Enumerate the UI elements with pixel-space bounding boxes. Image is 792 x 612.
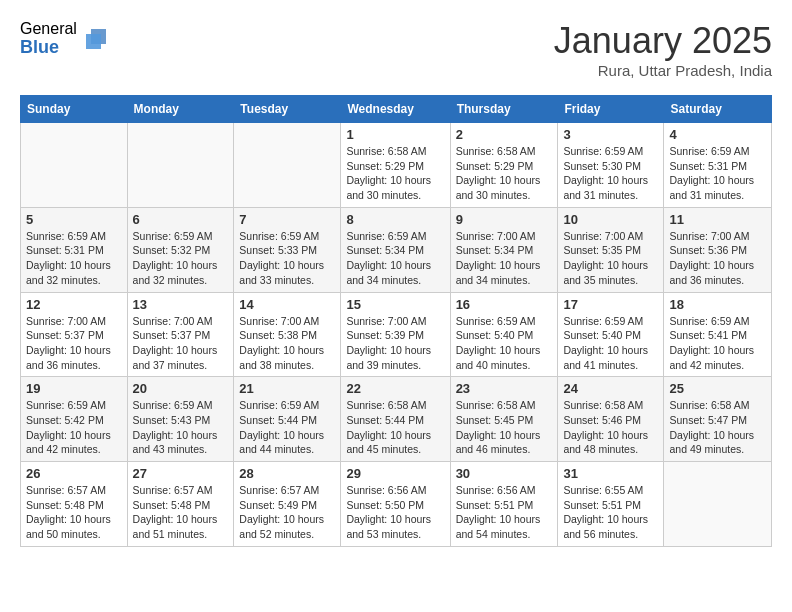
day-info: Sunrise: 6:57 AM Sunset: 5:48 PM Dayligh… (133, 483, 229, 542)
calendar-day-cell: 8Sunrise: 6:59 AM Sunset: 5:34 PM Daylig… (341, 207, 450, 292)
calendar-header-saturday: Saturday (664, 96, 772, 123)
calendar-day-cell: 26Sunrise: 6:57 AM Sunset: 5:48 PM Dayli… (21, 462, 128, 547)
calendar-day-cell: 4Sunrise: 6:59 AM Sunset: 5:31 PM Daylig… (664, 123, 772, 208)
calendar-day-cell: 16Sunrise: 6:59 AM Sunset: 5:40 PM Dayli… (450, 292, 558, 377)
day-number: 2 (456, 127, 553, 142)
day-info: Sunrise: 6:56 AM Sunset: 5:51 PM Dayligh… (456, 483, 553, 542)
calendar-day-cell: 2Sunrise: 6:58 AM Sunset: 5:29 PM Daylig… (450, 123, 558, 208)
calendar-day-cell: 27Sunrise: 6:57 AM Sunset: 5:48 PM Dayli… (127, 462, 234, 547)
calendar-day-cell (234, 123, 341, 208)
logo: General Blue (20, 20, 111, 57)
calendar-day-cell: 25Sunrise: 6:58 AM Sunset: 5:47 PM Dayli… (664, 377, 772, 462)
day-info: Sunrise: 6:59 AM Sunset: 5:30 PM Dayligh… (563, 144, 658, 203)
day-info: Sunrise: 6:58 AM Sunset: 5:45 PM Dayligh… (456, 398, 553, 457)
day-info: Sunrise: 6:59 AM Sunset: 5:40 PM Dayligh… (563, 314, 658, 373)
calendar-day-cell: 12Sunrise: 7:00 AM Sunset: 5:37 PM Dayli… (21, 292, 128, 377)
calendar-header-thursday: Thursday (450, 96, 558, 123)
calendar-day-cell: 14Sunrise: 7:00 AM Sunset: 5:38 PM Dayli… (234, 292, 341, 377)
day-info: Sunrise: 6:59 AM Sunset: 5:43 PM Dayligh… (133, 398, 229, 457)
calendar-day-cell (664, 462, 772, 547)
calendar-header-monday: Monday (127, 96, 234, 123)
day-info: Sunrise: 6:58 AM Sunset: 5:29 PM Dayligh… (346, 144, 444, 203)
day-info: Sunrise: 6:55 AM Sunset: 5:51 PM Dayligh… (563, 483, 658, 542)
calendar-week-row: 1Sunrise: 6:58 AM Sunset: 5:29 PM Daylig… (21, 123, 772, 208)
day-info: Sunrise: 6:59 AM Sunset: 5:42 PM Dayligh… (26, 398, 122, 457)
day-info: Sunrise: 6:59 AM Sunset: 5:32 PM Dayligh… (133, 229, 229, 288)
calendar-day-cell: 22Sunrise: 6:58 AM Sunset: 5:44 PM Dayli… (341, 377, 450, 462)
day-number: 26 (26, 466, 122, 481)
day-number: 24 (563, 381, 658, 396)
location-subtitle: Rura, Uttar Pradesh, India (554, 62, 772, 79)
day-info: Sunrise: 7:00 AM Sunset: 5:37 PM Dayligh… (26, 314, 122, 373)
day-number: 12 (26, 297, 122, 312)
calendar-table: SundayMondayTuesdayWednesdayThursdayFrid… (20, 95, 772, 547)
day-number: 31 (563, 466, 658, 481)
calendar-week-row: 12Sunrise: 7:00 AM Sunset: 5:37 PM Dayli… (21, 292, 772, 377)
day-info: Sunrise: 7:00 AM Sunset: 5:35 PM Dayligh… (563, 229, 658, 288)
calendar-day-cell: 15Sunrise: 7:00 AM Sunset: 5:39 PM Dayli… (341, 292, 450, 377)
calendar-day-cell: 1Sunrise: 6:58 AM Sunset: 5:29 PM Daylig… (341, 123, 450, 208)
day-info: Sunrise: 6:57 AM Sunset: 5:49 PM Dayligh… (239, 483, 335, 542)
day-info: Sunrise: 6:59 AM Sunset: 5:33 PM Dayligh… (239, 229, 335, 288)
day-info: Sunrise: 6:57 AM Sunset: 5:48 PM Dayligh… (26, 483, 122, 542)
logo-general: General (20, 20, 77, 38)
day-number: 9 (456, 212, 553, 227)
day-info: Sunrise: 6:59 AM Sunset: 5:34 PM Dayligh… (346, 229, 444, 288)
calendar-day-cell: 21Sunrise: 6:59 AM Sunset: 5:44 PM Dayli… (234, 377, 341, 462)
logo-blue: Blue (20, 38, 77, 58)
day-number: 27 (133, 466, 229, 481)
day-info: Sunrise: 6:58 AM Sunset: 5:47 PM Dayligh… (669, 398, 766, 457)
day-number: 19 (26, 381, 122, 396)
calendar-day-cell: 20Sunrise: 6:59 AM Sunset: 5:43 PM Dayli… (127, 377, 234, 462)
day-number: 29 (346, 466, 444, 481)
day-number: 28 (239, 466, 335, 481)
calendar-day-cell: 23Sunrise: 6:58 AM Sunset: 5:45 PM Dayli… (450, 377, 558, 462)
calendar-day-cell: 10Sunrise: 7:00 AM Sunset: 5:35 PM Dayli… (558, 207, 664, 292)
day-number: 25 (669, 381, 766, 396)
calendar-week-row: 19Sunrise: 6:59 AM Sunset: 5:42 PM Dayli… (21, 377, 772, 462)
calendar-day-cell: 31Sunrise: 6:55 AM Sunset: 5:51 PM Dayli… (558, 462, 664, 547)
day-info: Sunrise: 6:59 AM Sunset: 5:44 PM Dayligh… (239, 398, 335, 457)
calendar-day-cell: 30Sunrise: 6:56 AM Sunset: 5:51 PM Dayli… (450, 462, 558, 547)
day-info: Sunrise: 6:58 AM Sunset: 5:29 PM Dayligh… (456, 144, 553, 203)
day-info: Sunrise: 7:00 AM Sunset: 5:38 PM Dayligh… (239, 314, 335, 373)
calendar-day-cell: 28Sunrise: 6:57 AM Sunset: 5:49 PM Dayli… (234, 462, 341, 547)
calendar-day-cell: 19Sunrise: 6:59 AM Sunset: 5:42 PM Dayli… (21, 377, 128, 462)
day-number: 20 (133, 381, 229, 396)
day-info: Sunrise: 6:59 AM Sunset: 5:41 PM Dayligh… (669, 314, 766, 373)
calendar-day-cell: 13Sunrise: 7:00 AM Sunset: 5:37 PM Dayli… (127, 292, 234, 377)
day-number: 21 (239, 381, 335, 396)
day-number: 5 (26, 212, 122, 227)
calendar-header-wednesday: Wednesday (341, 96, 450, 123)
day-number: 1 (346, 127, 444, 142)
day-info: Sunrise: 7:00 AM Sunset: 5:36 PM Dayligh… (669, 229, 766, 288)
day-info: Sunrise: 6:58 AM Sunset: 5:46 PM Dayligh… (563, 398, 658, 457)
day-number: 17 (563, 297, 658, 312)
calendar-day-cell: 9Sunrise: 7:00 AM Sunset: 5:34 PM Daylig… (450, 207, 558, 292)
calendar-day-cell: 18Sunrise: 6:59 AM Sunset: 5:41 PM Dayli… (664, 292, 772, 377)
page-header: General Blue January 2025 Rura, Uttar Pr… (20, 20, 772, 79)
calendar-day-cell: 6Sunrise: 6:59 AM Sunset: 5:32 PM Daylig… (127, 207, 234, 292)
calendar-header-friday: Friday (558, 96, 664, 123)
svg-marker-1 (86, 34, 101, 49)
day-info: Sunrise: 7:00 AM Sunset: 5:34 PM Dayligh… (456, 229, 553, 288)
day-info: Sunrise: 6:59 AM Sunset: 5:31 PM Dayligh… (26, 229, 122, 288)
day-number: 16 (456, 297, 553, 312)
day-info: Sunrise: 7:00 AM Sunset: 5:39 PM Dayligh… (346, 314, 444, 373)
day-number: 11 (669, 212, 766, 227)
calendar-day-cell: 5Sunrise: 6:59 AM Sunset: 5:31 PM Daylig… (21, 207, 128, 292)
day-number: 10 (563, 212, 658, 227)
calendar-day-cell: 29Sunrise: 6:56 AM Sunset: 5:50 PM Dayli… (341, 462, 450, 547)
calendar-week-row: 26Sunrise: 6:57 AM Sunset: 5:48 PM Dayli… (21, 462, 772, 547)
day-number: 13 (133, 297, 229, 312)
title-section: January 2025 Rura, Uttar Pradesh, India (554, 20, 772, 79)
logo-text: General Blue (20, 20, 77, 57)
calendar-day-cell: 24Sunrise: 6:58 AM Sunset: 5:46 PM Dayli… (558, 377, 664, 462)
month-title: January 2025 (554, 20, 772, 62)
calendar-day-cell: 17Sunrise: 6:59 AM Sunset: 5:40 PM Dayli… (558, 292, 664, 377)
day-number: 7 (239, 212, 335, 227)
calendar-day-cell: 3Sunrise: 6:59 AM Sunset: 5:30 PM Daylig… (558, 123, 664, 208)
day-info: Sunrise: 6:58 AM Sunset: 5:44 PM Dayligh… (346, 398, 444, 457)
day-number: 30 (456, 466, 553, 481)
day-info: Sunrise: 6:59 AM Sunset: 5:31 PM Dayligh… (669, 144, 766, 203)
